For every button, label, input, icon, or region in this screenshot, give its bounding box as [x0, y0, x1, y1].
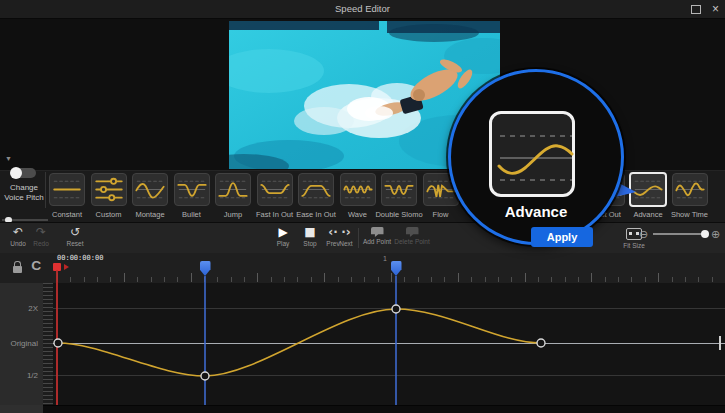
- voice-pitch-toggle[interactable]: [11, 168, 36, 178]
- gridline-original: [53, 343, 725, 344]
- ruler-tick: [311, 277, 312, 282]
- preset-show-time[interactable]: Show Time: [672, 173, 708, 206]
- ruler-tick: [672, 277, 673, 282]
- gridline-2x: [53, 308, 725, 309]
- ruler-tick: [297, 277, 298, 282]
- keyframe-line: [395, 276, 397, 405]
- ruler-tick: [231, 277, 232, 282]
- ruler-tick: [712, 277, 713, 282]
- ruler-tick: [645, 277, 646, 282]
- ruler-tick: [485, 277, 486, 282]
- preset-fast-in-out[interactable]: Fast In Out: [257, 173, 293, 206]
- ruler-tick: [631, 277, 632, 282]
- ruler-tick: [444, 277, 445, 282]
- magnifier-label: Advance: [451, 203, 621, 220]
- ruler-tick: [137, 277, 138, 282]
- window-title: Speed Editor: [0, 3, 725, 14]
- bottom-strip: [0, 405, 725, 413]
- restore-icon[interactable]: [691, 5, 701, 14]
- ruler-tick: [391, 273, 392, 282]
- ruler-tick: [698, 277, 699, 282]
- titlebar: Speed Editor ×: [0, 0, 725, 19]
- preset-bullet[interactable]: Bullet: [174, 173, 210, 206]
- ruler-tick: [97, 277, 98, 282]
- ruler-tick: [591, 273, 592, 282]
- axis-label-original: Original: [10, 339, 38, 348]
- timeline-ruler[interactable]: C 00:00:00:00 1: [0, 252, 725, 283]
- delete-point-button[interactable]: Delete Point: [390, 225, 434, 245]
- zoom-slider-knob[interactable]: [701, 230, 709, 238]
- ruler-tick: [364, 277, 365, 282]
- collapse-triangle-icon[interactable]: ▼: [5, 155, 12, 162]
- redo-icon: ↷: [24, 225, 58, 239]
- ruler-tick: [284, 277, 285, 282]
- ruler-tick: [458, 273, 459, 282]
- apply-button[interactable]: Apply: [531, 227, 593, 247]
- close-icon[interactable]: ×: [712, 1, 719, 17]
- ruler-tick: [658, 273, 659, 282]
- playhead-line: [56, 270, 58, 405]
- ruler-tick: [338, 277, 339, 282]
- ruler-tick: [110, 277, 111, 282]
- preset-jump[interactable]: Jump: [215, 173, 251, 206]
- ruler-tick: [578, 277, 579, 282]
- ruler-tick: [84, 277, 85, 282]
- reset-icon: ↺: [58, 225, 92, 239]
- pane-divider: [45, 172, 46, 208]
- ruler-tick: [70, 277, 71, 282]
- ruler-tick: [217, 277, 218, 282]
- ruler-tick: [271, 277, 272, 282]
- voice-pitch-label: ChangeVoice Pitch: [0, 183, 48, 203]
- delete-point-icon: [406, 227, 419, 237]
- ruler-tick: [151, 277, 152, 282]
- axis-pane: 2X Original 1/2: [0, 283, 43, 405]
- ruler-tick: [418, 277, 419, 282]
- zoom-slider-track[interactable]: [653, 233, 705, 235]
- ruler-tick: [511, 277, 512, 282]
- ruler-tick: [618, 277, 619, 282]
- ruler-tick: [404, 277, 405, 282]
- ruler-tick: [525, 273, 526, 282]
- ruler-tick: [177, 277, 178, 282]
- gridline-half: [53, 375, 725, 376]
- zoom-in-icon[interactable]: ⊕: [711, 228, 720, 241]
- preset-double-slomo[interactable]: Double Slomo: [381, 173, 417, 206]
- ruler-tick: [191, 273, 192, 282]
- preset-ease-in-out[interactable]: Ease In Out: [298, 173, 334, 206]
- ruler-tick: [164, 277, 165, 282]
- preset-constant[interactable]: Constant: [49, 173, 85, 206]
- vertical-mini-ruler: [43, 283, 53, 405]
- add-point-icon: +: [371, 227, 384, 237]
- voice-pitch-pane: ▼ ChangeVoice Pitch: [0, 154, 48, 222]
- clip-end-handle[interactable]: [719, 336, 721, 350]
- ruler-tick: [378, 277, 379, 282]
- ruler-tick: [605, 277, 606, 282]
- ruler-label: 1: [383, 255, 387, 262]
- preset-montage[interactable]: Montage: [132, 173, 168, 206]
- preset-label: Show Time: [659, 210, 721, 219]
- lock-icon[interactable]: [13, 266, 22, 273]
- zoom-out-icon[interactable]: ⊖: [639, 228, 648, 241]
- preset-custom[interactable]: Custom: [91, 173, 127, 206]
- axis-label-2x: 2X: [28, 304, 38, 313]
- ruler-tick: [257, 273, 258, 282]
- redo-button[interactable]: ↷ Redo: [24, 225, 58, 247]
- ruler-tick: [685, 277, 686, 282]
- keyframe-line: [204, 276, 206, 405]
- ruler-tick: [565, 277, 566, 282]
- magnet-icon[interactable]: C: [31, 259, 41, 273]
- ruler-tick: [498, 277, 499, 282]
- ruler-tick: [324, 273, 325, 282]
- ruler-tick: [124, 273, 125, 282]
- ruler-tick: [551, 277, 552, 282]
- ruler-tick: [471, 277, 472, 282]
- toggle-knob[interactable]: [10, 167, 22, 179]
- reset-button[interactable]: ↺ Reset: [58, 225, 92, 247]
- ruler-tick: [244, 277, 245, 282]
- axis-label-half: 1/2: [27, 371, 38, 380]
- ruler-tick: [538, 277, 539, 282]
- ruler-tick: [431, 277, 432, 282]
- playhead-flag-icon: [64, 264, 69, 270]
- preset-wave[interactable]: Wave: [340, 173, 376, 206]
- curve-graph[interactable]: 2X Original 1/2: [0, 283, 725, 405]
